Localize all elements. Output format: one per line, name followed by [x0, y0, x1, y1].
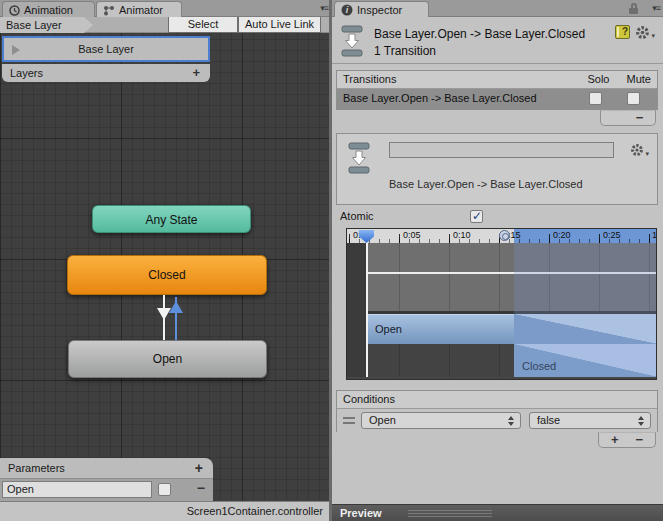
atomic-checkbox[interactable] [470, 210, 483, 223]
condition-value-dropdown[interactable]: false [529, 412, 651, 429]
help-icon[interactable] [615, 25, 630, 39]
tab-inspector[interactable]: i Inspector [334, 1, 429, 17]
ruler-label: 0:25 [603, 230, 621, 240]
weight-curve-line [367, 272, 656, 274]
transitions-header-label: Transitions [343, 73, 396, 85]
layer-item-label: Base Layer [78, 43, 134, 55]
layer-item-base-layer[interactable]: Base Layer [2, 36, 210, 62]
animator-icon [103, 5, 115, 16]
info-icon: i [341, 4, 353, 16]
parameter-row: Open − [0, 479, 213, 501]
add-condition-button[interactable]: + [611, 432, 619, 447]
timeline-weight-area[interactable] [347, 243, 656, 311]
parameters-header[interactable]: Parameters + [0, 458, 213, 479]
inspector-tabbar: i Inspector ▾≡ [332, 0, 663, 17]
closed-bar-label: Closed [522, 360, 556, 372]
parameter-name-field[interactable]: Open [2, 481, 152, 498]
preview-label: Preview [340, 507, 382, 519]
drag-handle-icon[interactable] [343, 417, 355, 424]
transition-list-row[interactable]: Base Layer.Open -> Base Layer.Closed [337, 89, 657, 109]
transition-title: Base Layer.Open -> Base Layer.Closed [374, 27, 585, 41]
atomic-label: Atomic [340, 210, 374, 222]
tab-animation-label: Animation [24, 4, 73, 16]
remove-transition-button[interactable]: − [636, 110, 644, 125]
tab-animator[interactable]: Animator [96, 1, 182, 17]
transition-start-marker-icon[interactable] [499, 230, 510, 241]
transition-timeline[interactable]: Open Closed 0:00 0:05 0:10 0:15 0:20 0:2… [346, 228, 657, 380]
ruler-label: 0:20 [553, 230, 571, 240]
preview-bar[interactable]: Preview [332, 504, 663, 521]
dropdown-arrows-icon [508, 416, 515, 426]
transitions-header: Transitions Solo Mute [337, 71, 657, 89]
state-machine-graph[interactable]: Any State Closed Open [0, 33, 329, 502]
node-closed[interactable]: Closed [67, 255, 267, 295]
status-bar: Screen1Container.controller [0, 501, 331, 521]
add-layer-button[interactable]: + [192, 64, 200, 82]
animator-toolbar: Base Layer Select Graph Auto Live Link [0, 17, 331, 33]
tab-inspector-label: Inspector [357, 4, 402, 16]
node-open[interactable]: Open [68, 340, 267, 378]
ruler-label: 1:00 [652, 230, 656, 240]
tab-animation[interactable]: Animation [2, 1, 95, 17]
transition-name-field[interactable] [389, 142, 614, 158]
solo-checkbox[interactable] [589, 92, 602, 105]
playhead-line [366, 240, 368, 377]
transition-detail-label: Base Layer.Open -> Base Layer.Closed [389, 178, 583, 190]
open-state-fadeout[interactable] [514, 314, 657, 344]
timeline-ruler[interactable]: 0:00 0:05 0:10 0:15 0:20 0:25 1:00 [347, 229, 656, 243]
animator-panel: Animation Animator ▾≡ Base Layer Select … [0, 0, 331, 521]
select-graph-button[interactable]: Select Graph [168, 17, 238, 33]
conditions-footer: + − [598, 432, 656, 448]
mute-column-label: Mute [627, 73, 651, 85]
conditions-box: Conditions Open false [336, 390, 658, 432]
header-gear-icon[interactable]: ▾ [635, 25, 655, 40]
condition-value: false [537, 414, 560, 426]
panel-menu-icon[interactable]: ▾≡ [320, 3, 328, 13]
arrowhead-up-icon [169, 301, 183, 313]
conditions-header-label: Conditions [343, 393, 395, 405]
inspector-menu-icon[interactable]: ▾≡ [652, 3, 660, 13]
open-state-bar[interactable]: Open [367, 314, 514, 344]
ruler-label: 0:05 [403, 230, 421, 240]
remove-parameter-button[interactable]: − [197, 480, 205, 496]
transitions-box: Transitions Solo Mute Base Layer.Open ->… [336, 70, 658, 110]
auto-live-link-button[interactable]: Auto Live Link [238, 17, 321, 33]
unity-editor-window: Animation Animator ▾≡ Base Layer Select … [0, 0, 663, 521]
add-parameter-button[interactable]: + [195, 458, 203, 479]
parameters-header-label: Parameters [8, 462, 65, 474]
breadcrumb[interactable]: Base Layer [0, 17, 84, 33]
transition-detail-icon [347, 140, 371, 176]
transition-icon [340, 23, 364, 59]
condition-parameter-value: Open [369, 414, 396, 426]
conditions-header: Conditions [337, 391, 657, 409]
lock-icon[interactable] [629, 3, 639, 14]
inspector-panel: i Inspector ▾≡ Base Layer.Open -> Base L… [332, 0, 663, 521]
parameter-value-checkbox[interactable] [158, 483, 171, 496]
tab-animator-label: Animator [119, 4, 163, 16]
transition-row-label: Base Layer.Open -> Base Layer.Closed [343, 92, 537, 104]
ruler-label: 0:10 [453, 230, 471, 240]
breadcrumb-chevron-icon [84, 17, 93, 33]
timeline-left-gutter [347, 243, 366, 377]
transition-detail-box: ▾ Base Layer.Open -> Base Layer.Closed [336, 133, 658, 205]
layers-header[interactable]: Layers + [2, 64, 210, 82]
expand-triangle-icon[interactable] [12, 45, 20, 55]
node-any-state[interactable]: Any State [92, 205, 251, 233]
transition-list-footer: − [600, 110, 656, 126]
solo-column-label: Solo [587, 73, 609, 85]
dropdown-arrows-icon [638, 416, 645, 426]
preview-grip-icon [408, 510, 492, 517]
mute-checkbox[interactable] [627, 92, 640, 105]
closed-state-bar[interactable]: Closed [514, 344, 657, 377]
transition-count: 1 Transition [374, 44, 436, 58]
layers-header-label: Layers [10, 67, 43, 79]
open-bar-label: Open [375, 323, 402, 335]
left-tabbar: Animation Animator ▾≡ [0, 0, 331, 17]
condition-row: Open false [337, 409, 657, 432]
detail-gear-icon[interactable]: ▾ [630, 143, 649, 158]
condition-parameter-dropdown[interactable]: Open [361, 412, 521, 429]
inspector-header: Base Layer.Open -> Base Layer.Closed 1 T… [332, 18, 663, 64]
clock-icon [9, 5, 20, 16]
remove-condition-button[interactable]: − [636, 432, 644, 447]
